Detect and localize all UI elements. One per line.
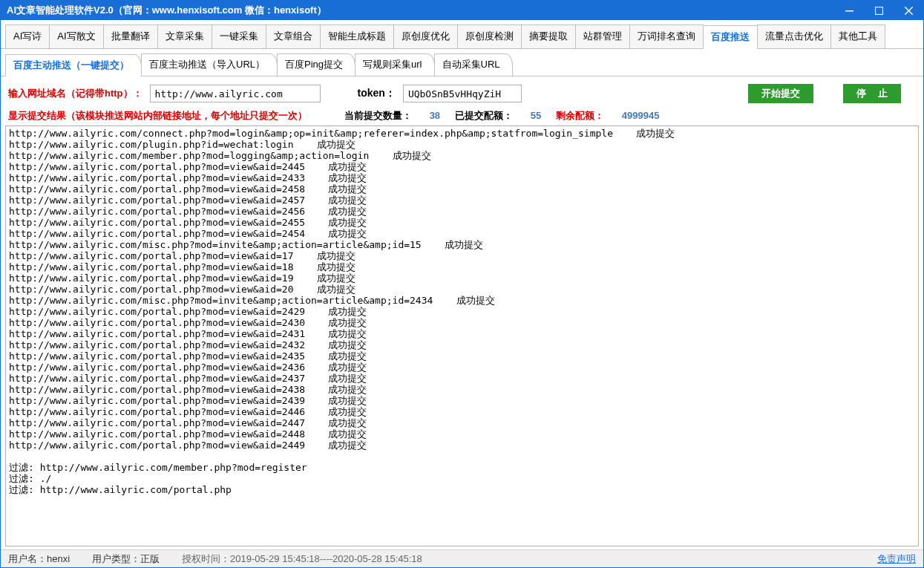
form-row: 输入网址域名（记得带http）： token： 开始提交 停 止 [1, 76, 923, 109]
status-row: 显示提交结果（该模块推送网站内部链接地址，每个地址只提交一次） 当前提交数量： … [1, 109, 923, 125]
domain-label: 输入网址域名（记得带http）： [8, 87, 142, 100]
auth-time: 授权时间：2019-05-29 15:45:18----2020-05-28 1… [182, 552, 422, 566]
main-tab-8[interactable]: 原创度检测 [457, 25, 522, 48]
result-label: 显示提交结果（该模块推送网站内部链接地址，每个地址只提交一次） [8, 109, 307, 123]
statusbar: 用户名：henxi 用户类型：正版 授权时间：2019-05-29 15:45:… [1, 549, 923, 567]
app-window: AI文章智能处理软件V2.0（官网：www.henxisoft.com 微信：h… [0, 0, 924, 568]
main-tab-3[interactable]: 文章采集 [157, 25, 212, 48]
sub-tab-1[interactable]: 百度主动推送（导入URL） [141, 53, 278, 76]
sub-tab-3[interactable]: 写规则采集url [355, 53, 434, 76]
token-input[interactable] [403, 85, 522, 102]
token-label: token： [358, 87, 396, 100]
remain-quota-value: 4999945 [622, 110, 660, 121]
log-textarea[interactable]: http://www.ailyric.com/connect.php?mod=l… [5, 125, 919, 546]
window-controls [834, 1, 923, 20]
main-tabs: AI写诗AI写散文批量翻译文章采集一键采集文章组合智能生成标题原创度优化原创度检… [1, 20, 923, 49]
disclaimer-link[interactable]: 免责声明 [877, 552, 916, 566]
main-tab-6[interactable]: 智能生成标题 [320, 25, 394, 48]
remain-quota-label: 剩余配额： [556, 110, 604, 121]
sub-tab-4[interactable]: 自动采集URL [434, 53, 513, 76]
window-title: AI文章智能处理软件V2.0（官网：www.henxisoft.com 微信：h… [7, 4, 834, 17]
main-tab-2[interactable]: 批量翻译 [103, 25, 158, 48]
domain-input[interactable] [150, 85, 321, 102]
main-tab-7[interactable]: 原创度优化 [393, 25, 458, 48]
main-tab-14[interactable]: 其他工具 [830, 25, 885, 48]
main-tab-12[interactable]: 百度推送 [703, 25, 758, 49]
main-tab-13[interactable]: 流量点击优化 [757, 25, 831, 48]
sub-tabs: 百度主动推送（一键提交）百度主动推送（导入URL）百度Ping提交写规则采集ur… [1, 49, 923, 76]
current-count-value: 38 [430, 110, 440, 121]
main-tab-1[interactable]: AI写散文 [49, 25, 103, 48]
main-tab-11[interactable]: 万词排名查询 [629, 25, 704, 48]
start-button[interactable]: 开始提交 [748, 84, 813, 103]
submitted-quota-label: 已提交配额： [455, 110, 513, 121]
close-button[interactable] [894, 1, 923, 20]
titlebar: AI文章智能处理软件V2.0（官网：www.henxisoft.com 微信：h… [1, 1, 923, 20]
main-tab-5[interactable]: 文章组合 [266, 25, 321, 48]
user-type: 用户类型：正版 [92, 552, 160, 566]
current-count-label: 当前提交数量： [344, 110, 412, 121]
main-tab-9[interactable]: 摘要提取 [521, 25, 576, 48]
maximize-button[interactable] [864, 1, 894, 20]
main-tab-10[interactable]: 站群管理 [575, 25, 630, 48]
minimize-button[interactable] [834, 1, 864, 20]
svg-rect-1 [875, 7, 882, 14]
main-tab-4[interactable]: 一键采集 [212, 25, 266, 48]
main-tab-0[interactable]: AI写诗 [5, 25, 50, 48]
stop-button[interactable]: 停 止 [843, 84, 901, 103]
sub-tab-0[interactable]: 百度主动推送（一键提交） [5, 54, 142, 76]
user-info: 用户名：henxi [8, 552, 70, 566]
sub-tab-2[interactable]: 百度Ping提交 [277, 53, 355, 76]
submitted-quota-value: 55 [531, 110, 541, 121]
svg-rect-0 [845, 10, 853, 12]
